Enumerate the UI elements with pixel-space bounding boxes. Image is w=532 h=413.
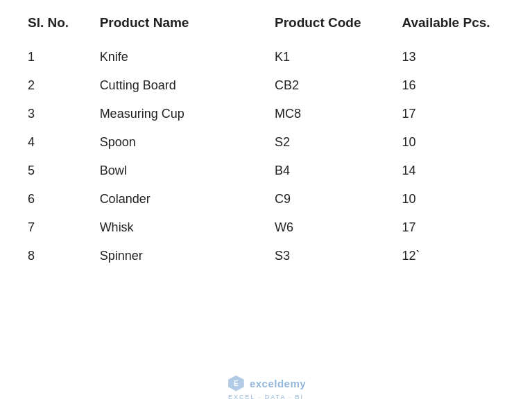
cell-slno: 6 [21,185,89,213]
cell-slno: 3 [21,100,89,128]
cell-slno: 8 [21,242,89,270]
cell-name: Cutting Board [89,71,264,100]
watermark-icon: E [226,374,246,393]
cell-code: K1 [264,43,391,71]
cell-pcs: 16 [391,71,518,100]
cell-pcs: 10 [391,185,518,213]
header-pcs: Available Pcs. [391,8,518,43]
watermark: E exceldemy EXCEL · DATA · BI [226,374,306,401]
table-row: 5BowlB414 [21,157,518,185]
table-container: Sl. No. Product Name Product Code Availa… [0,0,532,284]
cell-slno: 2 [21,71,89,100]
table-row: 1KnifeK113 [21,43,518,71]
cell-slno: 7 [21,213,89,242]
table-header-row: Sl. No. Product Name Product Code Availa… [21,8,518,43]
header-slno: Sl. No. [21,8,89,43]
watermark-tagline: EXCEL · DATA · BI [228,394,304,401]
table-row: 4SpoonS210 [21,128,518,157]
cell-slno: 4 [21,128,89,157]
header-code: Product Code [264,8,391,43]
cell-code: S3 [264,242,391,270]
watermark-brand: exceldemy [250,378,306,389]
watermark-logo: E exceldemy [226,374,306,393]
table-row: 6ColanderC910 [21,185,518,213]
cell-pcs: 10 [391,128,518,157]
cell-name: Spoon [89,128,264,157]
cell-code: B4 [264,157,391,185]
cell-name: Bowl [89,157,264,185]
cell-name: Spinner [89,242,264,270]
cell-pcs: 13 [391,43,518,71]
cell-code: CB2 [264,71,391,100]
cell-pcs: 17 [391,213,518,242]
cell-pcs: 12` [391,242,518,270]
table-row: 3Measuring CupMC817 [21,100,518,128]
table-row: 2Cutting BoardCB216 [21,71,518,100]
cell-code: W6 [264,213,391,242]
cell-slno: 1 [21,43,89,71]
header-name: Product Name [89,8,264,43]
table-row: 8SpinnerS312` [21,242,518,270]
table-row: 7WhiskW617 [21,213,518,242]
cell-pcs: 17 [391,100,518,128]
cell-name: Colander [89,185,264,213]
cell-pcs: 14 [391,157,518,185]
cell-name: Knife [89,43,264,71]
cell-slno: 5 [21,157,89,185]
cell-name: Whisk [89,213,264,242]
cell-name: Measuring Cup [89,100,264,128]
table-body: 1KnifeK1132Cutting BoardCB2163Measuring … [21,43,518,270]
cell-code: C9 [264,185,391,213]
product-table: Sl. No. Product Name Product Code Availa… [21,8,518,270]
cell-code: S2 [264,128,391,157]
svg-text:E: E [233,379,238,387]
cell-code: MC8 [264,100,391,128]
